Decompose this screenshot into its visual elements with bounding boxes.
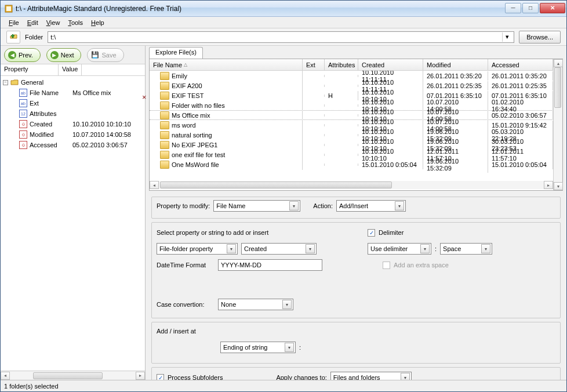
datetime-format-label: DateTime Format (157, 262, 215, 268)
scroll-thumb[interactable] (33, 372, 103, 379)
grid-hscrollbar[interactable]: ◂ ▸ (150, 181, 553, 190)
svg-rect-1 (6, 6, 11, 11)
chevron-down-icon[interactable]: ▾ (502, 32, 511, 42)
collapse-icon[interactable]: − (3, 80, 8, 85)
process-subfolders-checkbox[interactable]: ✓ (157, 374, 164, 380)
chevron-down-icon[interactable]: ▾ (227, 244, 236, 253)
property-row[interactable]: ab File Name Ms Office mix (3, 88, 143, 98)
cell-attr (325, 164, 358, 166)
file-row[interactable]: one exif file for test 10.10.2010 10:10:… (150, 150, 553, 159)
scroll-up-icon[interactable]: ▴ (554, 59, 563, 67)
save-button[interactable]: 💾Save (87, 48, 123, 62)
property-row[interactable]: 12 Attributes (3, 108, 143, 119)
chevron-down-icon[interactable]: ▾ (285, 343, 294, 352)
file-row[interactable]: EXIF A200 10.10.2010 11:11:11 26.01.2011… (150, 81, 553, 90)
next-button[interactable]: ▶Next (46, 48, 82, 62)
scroll-thumb[interactable] (554, 67, 561, 108)
menu-file[interactable]: FFileile (9, 19, 19, 26)
col-property[interactable]: Property (1, 64, 59, 75)
use-delimiter-combo[interactable]: Use delimiter▾ (368, 243, 431, 255)
chevron-down-icon[interactable]: ▾ (401, 373, 410, 380)
cell-ext (303, 114, 325, 117)
property-row[interactable]: ⏲ Modified 10.07.2010 14:00:58 (3, 129, 143, 140)
property-to-modify-combo[interactable]: File Name▾ (213, 200, 300, 212)
tab-explore-files[interactable]: Explore File(s) (149, 47, 203, 59)
col-ext[interactable]: Ext (303, 59, 325, 70)
minimize-button[interactable]: ─ (505, 3, 521, 13)
file-grid-header: File Name△ Ext Attributes Created Modifi… (150, 59, 553, 71)
property-label: Ext (30, 100, 70, 107)
cell-accessed: 05.02.2010 3:06:57 (488, 111, 553, 120)
status-text: 1 folder(s) selected (4, 383, 59, 390)
action-combo[interactable]: Add/Insert▾ (336, 200, 406, 212)
app-icon (4, 4, 13, 13)
source-property-combo[interactable]: Created▾ (241, 243, 317, 255)
source-kind-combo[interactable]: File-folder property▾ (157, 243, 238, 255)
close-button[interactable]: ✕ (540, 3, 565, 13)
grid-vscrollbar[interactable]: ▴ ▾ (553, 59, 562, 190)
case-conversion-combo[interactable]: None▾ (218, 299, 293, 310)
chevron-down-icon[interactable]: ▾ (289, 201, 299, 210)
chevron-down-icon[interactable]: ▾ (306, 244, 315, 253)
col-created[interactable]: Created (358, 59, 423, 70)
property-label: File Name (30, 89, 70, 96)
menu-tools[interactable]: Tools (68, 19, 83, 26)
cell-ext (303, 75, 325, 77)
delimiter-checkbox[interactable]: ✓ (368, 229, 375, 237)
prev-button[interactable]: ◀Prev. (4, 48, 41, 62)
apply-to-combo[interactable]: Files and folders▾ (330, 372, 412, 380)
datetime-format-input[interactable]: YYYY-MM-DD (218, 259, 322, 271)
chevron-down-icon[interactable]: ▾ (420, 244, 430, 253)
property-icon: ⏲ (19, 130, 27, 139)
chevron-down-icon[interactable]: ▾ (481, 244, 490, 253)
property-icon: ⏲ (19, 120, 27, 128)
cell-attr (325, 134, 358, 136)
tree-root[interactable]: − General (3, 77, 143, 88)
file-row[interactable]: Emily 10.10.2010 11:11:11 26.01.2011 0:3… (150, 71, 553, 81)
scroll-down-icon[interactable]: ▾ (554, 182, 563, 190)
file-row[interactable]: One MsWord file 15.01.2010 0:05:04 19.06… (150, 159, 553, 169)
maximize-button[interactable]: □ (522, 3, 539, 13)
col-modified[interactable]: Modified (423, 59, 488, 70)
scroll-right-icon[interactable]: ▸ (136, 372, 145, 380)
window-title: t:\ - AttributeMagic Standard (Unregiste… (16, 5, 504, 13)
col-filename[interactable]: File Name△ (150, 59, 303, 70)
cell-attr (325, 144, 358, 146)
file-row[interactable]: Ms Office mix 10.10.2010 10:10:10 10.07.… (150, 110, 553, 120)
delimiter-char-combo[interactable]: Space▾ (440, 243, 492, 255)
cell-ext (303, 85, 325, 87)
property-icon: 12 (19, 110, 27, 118)
cell-filename: EXIF A200 (150, 81, 303, 91)
property-row[interactable]: ⏲ Accessed 05.02.2010 3:06:57 (3, 140, 143, 150)
col-accessed[interactable]: Accessed (488, 59, 553, 70)
cell-filename: No EXIF JPEG1 (150, 140, 303, 150)
menu-view[interactable]: View (46, 19, 60, 26)
left-hscrollbar[interactable]: ◂ ▸ (1, 371, 145, 380)
folder-path-combo[interactable]: t:\ ▾ (48, 31, 514, 43)
menu-help[interactable]: Help (91, 19, 104, 26)
chevron-down-icon[interactable]: ▾ (395, 201, 404, 210)
cell-filename: ms word (150, 120, 303, 130)
cell-attr (325, 114, 358, 117)
close-panel-icon[interactable]: ✕ (142, 95, 147, 100)
property-label: Accessed (30, 141, 70, 148)
property-row[interactable]: ⏲ Created 10.10.2010 10:10:10 (3, 119, 143, 129)
cell-filename: One MsWord file (150, 159, 303, 170)
property-row[interactable]: ab Ext (3, 98, 143, 108)
folder-toolbar: Folder t:\ ▾ Browse... (1, 28, 566, 46)
browse-button[interactable]: Browse... (519, 31, 561, 43)
cell-filename: one exif file for test (150, 150, 303, 160)
scroll-left-icon[interactable]: ◂ (1, 372, 10, 380)
folder-up-button[interactable] (6, 31, 20, 43)
col-attributes[interactable]: Attributes (325, 59, 358, 70)
scroll-left-icon[interactable]: ◂ (150, 181, 159, 189)
file-row[interactable]: Folder with no files 10.10.2010 10:10:10… (150, 100, 553, 110)
extra-space-checkbox[interactable] (383, 262, 390, 269)
insert-at-combo[interactable]: Ending of string▾ (220, 342, 296, 353)
scroll-right-icon[interactable]: ▸ (544, 181, 553, 189)
scroll-thumb[interactable] (160, 182, 392, 188)
col-value[interactable]: Value (59, 64, 82, 75)
menu-edit[interactable]: Edit (27, 19, 38, 26)
cell-created: 15.01.2010 0:05:04 (358, 160, 423, 169)
chevron-down-icon[interactable]: ▾ (282, 300, 292, 309)
